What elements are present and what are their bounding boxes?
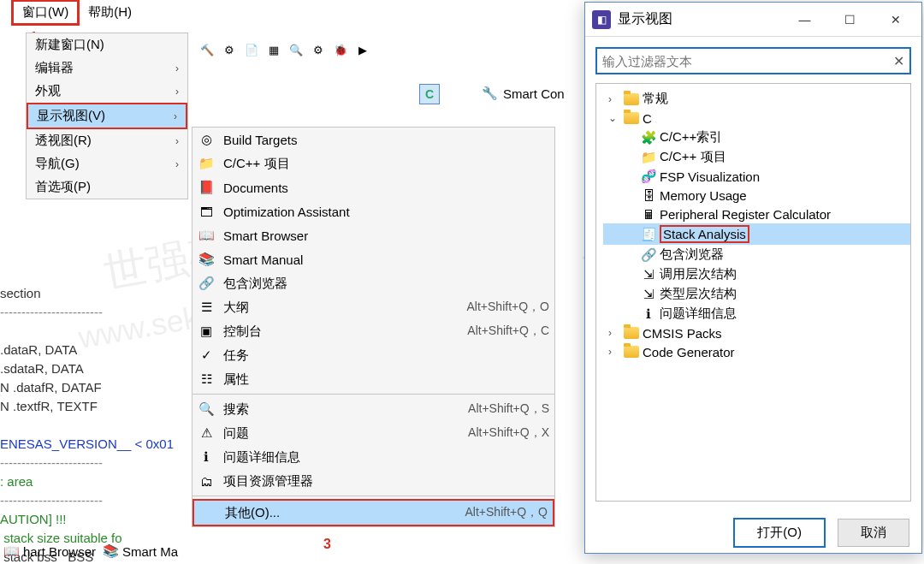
minimize-button[interactable]: — (785, 7, 824, 33)
smart-config-label: Smart Con (503, 86, 565, 101)
tree-label: CMSIS Packs (643, 326, 722, 341)
view-opt-assistant[interactable]: 🗔Optimization Assistant (192, 199, 554, 223)
detail-icon: ℹ (198, 448, 215, 466)
tab-smart-browser[interactable]: 📖hart Browser (3, 543, 96, 559)
tree-problem-details[interactable]: ℹ问题详细信息 (603, 304, 910, 324)
menu-editor[interactable]: 编辑器› (27, 56, 187, 80)
menu-label: 控制台 (223, 324, 459, 340)
code-line: .dataR, DATA (0, 342, 77, 357)
bug-icon[interactable]: 🐞 (331, 40, 350, 59)
tree-cmsis-packs[interactable]: ›CMSIS Packs (603, 324, 910, 342)
hammer-icon[interactable]: 🔨 (198, 40, 216, 59)
menu-new-window[interactable]: 新建窗口(N) (27, 33, 187, 56)
menu-preferences[interactable]: 首选项(P) (27, 175, 187, 199)
menu-label: 任务 (223, 347, 549, 364)
view-build-targets[interactable]: ◎Build Targets (192, 128, 554, 151)
view-smart-manual[interactable]: 📚Smart Manual (192, 247, 554, 271)
gear-icon[interactable]: ⚙ (309, 40, 328, 59)
view-properties[interactable]: ☷属性 (192, 367, 554, 391)
filter-input[interactable] (602, 54, 893, 68)
detail-icon: ℹ (641, 306, 656, 322)
tree-include-browser[interactable]: 🔗包含浏览器 (603, 245, 910, 264)
chevron-right-icon: › (174, 110, 177, 122)
dialog-title: 显示视图 (618, 10, 779, 28)
view-include-browser[interactable]: 🔗包含浏览器 (192, 271, 554, 295)
menu-label: 新建窗口(N) (35, 37, 104, 53)
chip-icon[interactable]: ▦ (264, 40, 283, 59)
code-line: ENESAS_VERSION__ < 0x01 (0, 436, 174, 451)
tree-fsp-vis[interactable]: 🧬FSP Visualization (603, 167, 910, 186)
view-problems[interactable]: ⚠问题Alt+Shift+Q，X (192, 421, 554, 445)
menu-window[interactable]: 窗口(W) (11, 0, 80, 26)
explorer-icon: 🗂 (198, 472, 215, 490)
view-project-explorer[interactable]: 🗂项目资源管理器 (192, 469, 554, 493)
menu-perspective[interactable]: 透视图(R)› (27, 129, 187, 152)
chevron-down-icon: ⌄ (608, 112, 620, 124)
menu-help[interactable]: 帮助(H) (80, 2, 140, 23)
code-line: ------------------------ (0, 305, 103, 319)
tree-general[interactable]: ›常规 (603, 89, 910, 109)
separator (192, 496, 554, 496)
tree-peripheral[interactable]: 🖩Peripheral Register Calculator (603, 205, 910, 223)
dialog-body: ✕ ›常规 ⌄C 🧩C/C++索引 📁C/C++ 项目 🧬FSP Visuali… (585, 37, 921, 512)
search-icon[interactable]: 🔍 (287, 40, 305, 59)
open-button[interactable]: 打开(O) (733, 518, 826, 548)
view-smart-browser[interactable]: 📖Smart Browser (192, 223, 554, 247)
fsp-icon: 🧬 (641, 169, 656, 184)
include-icon: 🔗 (198, 275, 215, 292)
view-outline[interactable]: ☰大纲Alt+Shift+Q，O (192, 295, 554, 319)
chevron-right-icon: › (608, 327, 620, 339)
code-line: ------------------------ (0, 455, 103, 470)
target-icon: ◎ (198, 131, 215, 148)
binary-icon[interactable]: 📄 (242, 40, 261, 59)
cancel-button[interactable]: 取消 (838, 519, 909, 547)
smart-config-tab[interactable]: 🔧 Smart Con (482, 86, 565, 101)
problems-icon: ⚠ (198, 424, 215, 442)
tree-code-generator[interactable]: ›Code Generator (603, 342, 910, 361)
editor-background: section ------------------------ .dataR,… (0, 265, 197, 564)
tree-call-hierarchy[interactable]: ⇲调用层次结构 (603, 264, 910, 284)
pdf-icon: 📕 (198, 179, 215, 196)
view-other[interactable]: 其他(O)...Alt+Shift+Q，Q (192, 499, 554, 526)
menu-label: 导航(G) (35, 156, 80, 172)
view-cpp-project[interactable]: 📁C/C++ 项目 (192, 151, 554, 175)
tree-c[interactable]: ⌄C (603, 109, 910, 128)
cpp-icon: 📁 (198, 155, 215, 172)
tree-cpp-project[interactable]: 📁C/C++ 项目 (603, 147, 910, 167)
menu-appearance[interactable]: 外观› (27, 80, 187, 103)
perspective-c[interactable]: C (419, 84, 440, 104)
separator (192, 394, 554, 395)
tree-label: 问题详细信息 (660, 306, 737, 322)
view-search[interactable]: 🔍搜索Alt+Shift+Q，S (192, 397, 554, 421)
tree-stack-analysis[interactable]: 🧾Stack Analysis (603, 223, 910, 245)
properties-icon: ☷ (198, 371, 215, 388)
menu-show-view[interactable]: 显示视图(V)› (27, 103, 187, 129)
view-problem-details[interactable]: ℹ问题详细信息 (192, 445, 554, 469)
console-icon: ▣ (198, 323, 215, 340)
cpp-icon: 📁 (641, 150, 656, 165)
tree-memory[interactable]: 🗄Memory Usage (603, 186, 910, 205)
menu-navigation[interactable]: 导航(G)› (27, 152, 187, 175)
tree-type-hierarchy[interactable]: ⇲类型层次结构 (603, 284, 910, 304)
view-tasks[interactable]: ✓任务 (192, 343, 554, 367)
wrench-icon: 🔧 (482, 86, 498, 101)
clear-icon[interactable]: ✕ (893, 53, 904, 69)
tree-label: Stack Analysis (660, 225, 749, 243)
maximize-button[interactable]: ☐ (831, 7, 869, 33)
menu-label: Build Targets (223, 133, 549, 147)
view-documents[interactable]: 📕Documents (192, 175, 554, 199)
menu-label: C/C++ 项目 (223, 156, 549, 172)
tree-cpp-index[interactable]: 🧩C/C++索引 (603, 128, 910, 147)
opt-icon: 🗔 (198, 203, 215, 220)
view-console[interactable]: ▣控制台Alt+Shift+Q，C (192, 319, 554, 343)
close-button[interactable]: ✕ (876, 7, 915, 33)
tool-icon[interactable]: ⚙ (220, 40, 239, 59)
chevron-right-icon: › (608, 346, 620, 358)
tree-label: Memory Usage (660, 188, 747, 203)
run-icon[interactable]: ▶ (353, 40, 372, 59)
code-line: AUTION] !!! (0, 512, 67, 526)
tree-label: C (643, 111, 652, 126)
tab-smart-manual[interactable]: 📚Smart Ma (103, 543, 178, 559)
code-line: N .textfR, TEXTF (0, 399, 98, 413)
chevron-right-icon: › (175, 62, 179, 74)
